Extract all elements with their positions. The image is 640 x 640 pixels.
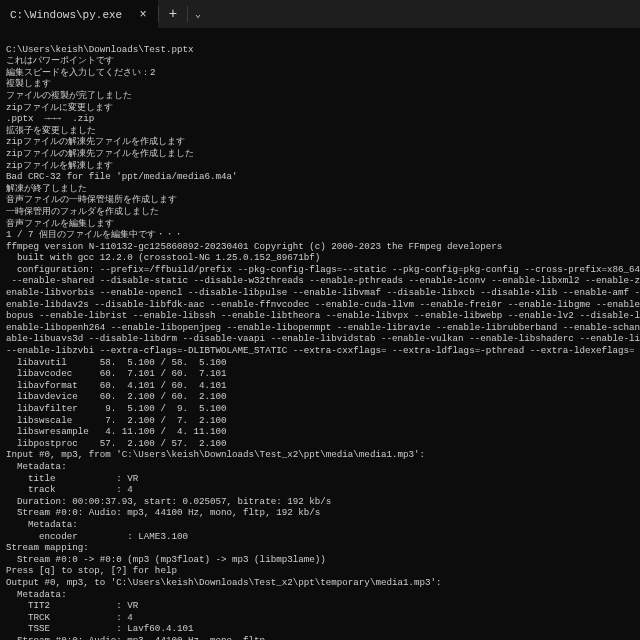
output-line: TRCK : 4 [6,612,133,623]
output-line: TIT2 : VR [6,600,138,611]
output-line: libavformat 60. 4.101 / 60. 4.101 [6,380,227,391]
output-line: Stream mapping: [6,542,89,553]
output-line: Metadata: [6,519,78,530]
output-line: title : VR [6,473,138,484]
tab-title: C:\Windows\py.exe [10,9,128,21]
output-line: enable-libdav2s --disable-libfdk-aac --e… [6,299,640,310]
output-line: libpostproc 57. 2.100 / 57. 2.100 [6,438,227,449]
window-titlebar: C:\Windows\py.exe × + ⌄ [0,0,640,28]
output-line: Duration: 00:00:37.93, start: 0.025057, … [6,496,331,507]
output-line: 拡張子を変更しました [6,125,96,136]
output-line: enable-libopenh264 --enable-libopenjpeg … [6,322,640,333]
terminal-output[interactable]: C:\Users\keish\Downloads\Test.pptx これはパワ… [0,28,640,640]
output-line: Metadata: [6,589,67,600]
output-line: Stream #0:0 -> #0:0 (mp3 (mp3float) -> m… [6,554,326,565]
output-line: 解凍が終了しました [6,183,87,194]
output-line: libswscale 7. 2.100 / 7. 2.100 [6,415,227,426]
output-line: 編集スピードを入力してください：2 [6,67,156,78]
output-line: これはパワーポイントです [6,55,114,66]
output-line: encoder : LAME3.100 [6,531,188,542]
output-line: Input #0, mp3, from 'C:\Users\keish\Down… [6,449,425,460]
output-line: bopus --enable-librist --enable-libssh -… [6,310,640,321]
output-line: Metadata: [6,461,67,472]
output-line: 音声ファイルを編集します [6,218,114,229]
tab-active[interactable]: C:\Windows\py.exe × [0,0,158,28]
plus-icon: + [169,6,177,22]
output-line: built with gcc 12.2.0 (crosstool-NG 1.25… [6,252,320,263]
output-line: Press [q] to stop, [?] for help [6,565,177,576]
output-line: libavutil 58. 5.100 / 58. 5.100 [6,357,227,368]
output-line: Stream #0:0: Audio: mp3, 44100 Hz, mono,… [6,635,265,640]
close-icon[interactable]: × [136,8,150,22]
output-line: zipファイルを解凍します [6,160,113,171]
output-line: 1 / 7 個目のファイルを編集中です・・・ [6,229,183,240]
output-line: C:\Users\keish\Downloads\Test.pptx [6,44,193,55]
output-line: 音声ファイルの一時保管場所を作成します [6,194,177,205]
output-line: Output #0, mp3, to 'C:\Users\keish\Downl… [6,577,442,588]
output-line: libavdevice 60. 2.100 / 60. 2.100 [6,391,227,402]
output-line: libavfilter 9. 5.100 / 9. 5.100 [6,403,227,414]
output-line: --enable-shared --disable-static --disab… [6,275,640,286]
output-line: TSSE : Lavf60.4.101 [6,623,193,634]
chevron-down-icon: ⌄ [195,8,201,20]
new-tab-button[interactable]: + [159,0,187,28]
output-line: Stream #0:0: Audio: mp3, 44100 Hz, mono,… [6,507,320,518]
output-line: able-libuavs3d --disable-libdrm --disabl… [6,333,640,344]
output-line: ffmpeg version N-110132-gc125860892-2023… [6,241,502,252]
output-line: 一時保管用のフォルダを作成しました [6,206,159,217]
output-line: ファイルの複製が完了しました [6,90,132,101]
output-line: zipファイルの解凍先ファイルを作成します [6,136,185,147]
output-line: 複製します [6,78,51,89]
output-line: zipファイルの解凍先ファイルを作成しました [6,148,194,159]
output-line: Bad CRC-32 for file 'ppt/media/media6.m4… [6,171,238,182]
output-line: enable-libvorbis --enable-opencl --disab… [6,287,640,298]
tab-dropdown-button[interactable]: ⌄ [188,0,208,28]
output-line: zipファイルに変更します [6,102,113,113]
output-line: libavcodec 60. 7.101 / 60. 7.101 [6,368,227,379]
output-line: --enable-libzvbi --extra-cflags=-DLIBTWO… [6,345,640,356]
output-line: .pptx →→→ .zip [6,113,94,124]
output-line: track : 4 [6,484,133,495]
output-line: configuration: --prefix=/ffbuild/prefix … [6,264,640,275]
output-line: libswresample 4. 11.100 / 4. 11.100 [6,426,227,437]
